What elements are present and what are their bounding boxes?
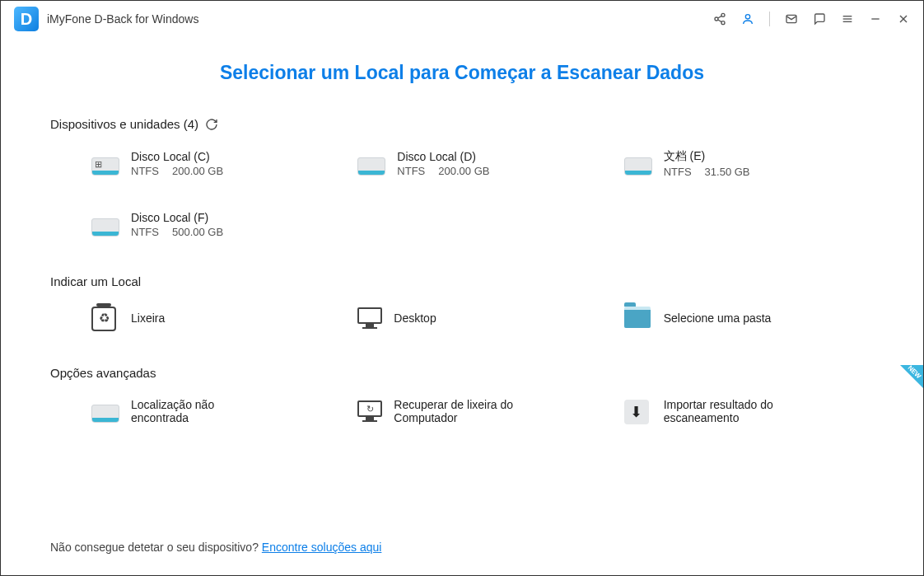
location-select-folder[interactable]: Selecione uma pasta xyxy=(624,307,874,330)
drive-e[interactable]: 文档 (E) NTFS 31.50 GB xyxy=(624,149,874,178)
desktop-icon xyxy=(357,307,382,329)
location-trash[interactable]: Lixeira xyxy=(91,307,341,330)
refresh-icon[interactable] xyxy=(205,118,218,131)
close-icon[interactable] xyxy=(897,12,910,26)
footer-link[interactable]: Encontre soluções aqui xyxy=(262,541,382,554)
item-label: Importar resultado do escaneamento xyxy=(664,398,812,424)
svg-point-0 xyxy=(721,13,725,16)
titlebar-controls xyxy=(713,12,910,26)
svg-line-3 xyxy=(718,16,722,18)
svg-point-2 xyxy=(721,21,725,25)
drive-sub: NTFS 200.00 GB xyxy=(131,165,223,177)
item-label: Selecione uma pasta xyxy=(664,311,772,325)
advanced-lost-location[interactable]: Localização não encontrada xyxy=(91,398,341,424)
user-icon[interactable] xyxy=(741,12,754,26)
advanced-grid: Localização não encontrada Recuperar de … xyxy=(50,398,874,424)
titlebar: D iMyFone D-Back for Windows xyxy=(1,1,923,37)
svg-point-1 xyxy=(715,17,718,21)
drive-sub: NTFS 31.50 GB xyxy=(664,166,750,178)
drive-sub: NTFS 500.00 GB xyxy=(131,226,223,238)
page-title: Selecionar um Local para Começar a Escan… xyxy=(1,62,923,84)
minimize-icon[interactable] xyxy=(869,12,882,26)
item-label: Desktop xyxy=(394,311,436,325)
drive-name: 文档 (E) xyxy=(664,149,750,164)
drive-icon xyxy=(357,152,385,176)
item-label: Lixeira xyxy=(131,311,165,325)
drive-name: Disco Local (F) xyxy=(131,211,223,224)
download-icon: ⬇ xyxy=(624,400,652,423)
drive-icon xyxy=(91,213,119,236)
new-badge: NEW xyxy=(900,365,923,388)
drive-sub: NTFS 200.00 GB xyxy=(397,165,489,177)
app-title: iMyFone D-Back for Windows xyxy=(47,12,198,26)
advanced-recover-recycle[interactable]: Recuperar de lixeira do Computador xyxy=(357,398,607,424)
drive-name: Disco Local (C) xyxy=(131,150,223,163)
section-location-title: Indicar um Local xyxy=(50,274,874,288)
drive-icon xyxy=(624,152,652,176)
feedback-icon[interactable] xyxy=(813,12,826,26)
drive-d[interactable]: Disco Local (D) NTFS 200.00 GB xyxy=(357,149,607,178)
share-icon[interactable] xyxy=(713,12,726,26)
location-grid: Lixeira Desktop Selecione uma pasta xyxy=(50,307,874,330)
advanced-import-scan[interactable]: ⬇ Importar resultado do escaneamento NEW xyxy=(624,398,874,424)
footer: Não consegue detetar o seu dispositivo? … xyxy=(50,541,381,554)
item-label: Localização não encontrada xyxy=(131,398,263,424)
section-devices-title: Dispositivos e unidades (4) xyxy=(50,117,874,131)
folder-icon xyxy=(624,307,652,330)
app-logo: D xyxy=(14,7,39,31)
drive-icon xyxy=(91,400,119,423)
menu-icon[interactable] xyxy=(841,12,854,26)
location-desktop[interactable]: Desktop xyxy=(357,307,607,330)
item-label: Recuperar de lixeira do Computador xyxy=(394,398,542,424)
trash-icon xyxy=(91,307,119,330)
drive-name: Disco Local (D) xyxy=(397,150,489,163)
recycle-computer-icon xyxy=(357,400,382,422)
section-advanced-title: Opções avançadas xyxy=(50,366,874,380)
drive-c[interactable]: Disco Local (C) NTFS 200.00 GB xyxy=(91,149,341,178)
titlebar-divider xyxy=(769,12,770,26)
mail-icon[interactable] xyxy=(785,12,798,26)
footer-text: Não consegue detetar o seu dispositivo? xyxy=(50,541,262,554)
drive-f[interactable]: Disco Local (F) NTFS 500.00 GB xyxy=(91,211,341,238)
drive-icon xyxy=(91,152,119,176)
svg-point-5 xyxy=(745,15,749,19)
devices-grid: Disco Local (C) NTFS 200.00 GB Disco Loc… xyxy=(50,149,874,238)
svg-line-4 xyxy=(718,20,722,22)
